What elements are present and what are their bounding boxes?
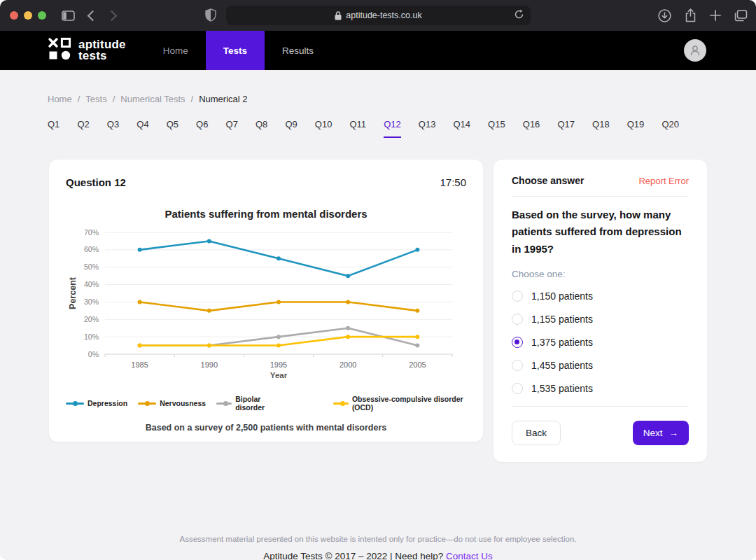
svg-text:2005: 2005 xyxy=(409,360,426,369)
legend-item: Bipolar disorder xyxy=(216,395,284,412)
nav-item-results[interactable]: Results xyxy=(265,31,331,70)
logo-icon xyxy=(48,37,71,64)
legend-swatch xyxy=(216,402,232,405)
option-label: 1,150 patients xyxy=(531,290,593,302)
tab-q11[interactable]: Q11 xyxy=(349,119,366,138)
tab-q3[interactable]: Q3 xyxy=(107,119,119,138)
breadcrumb-item-numerical-tests[interactable]: Numerical Tests xyxy=(120,94,185,104)
svg-text:70%: 70% xyxy=(84,228,99,237)
zoom-window-button[interactable] xyxy=(38,11,46,20)
svg-text:40%: 40% xyxy=(84,280,99,288)
tab-overview-icon[interactable] xyxy=(734,10,748,22)
site-header: aptitude tests HomeTestsResults xyxy=(0,31,756,70)
legend-item: Nervousness xyxy=(138,399,206,407)
svg-text:1990: 1990 xyxy=(201,360,218,369)
question-text: Based on the survey, how many patients s… xyxy=(512,206,689,258)
radio-unselected[interactable] xyxy=(512,290,523,302)
tab-q13[interactable]: Q13 xyxy=(419,119,436,138)
tab-q4[interactable]: Q4 xyxy=(136,119,148,138)
browser-toolbar: aptitude-tests.co.uk xyxy=(0,0,756,31)
page-content: Home/Tests/Numerical Tests/Numerical 2 Q… xyxy=(0,94,756,560)
divider xyxy=(512,406,689,407)
contact-us-link[interactable]: Contact Us xyxy=(446,551,493,560)
copyright-text: Aptitude Tests © 2017 – 2022 | Need help… xyxy=(263,551,443,560)
svg-text:Percent: Percent xyxy=(68,276,78,309)
reload-icon[interactable] xyxy=(514,9,524,20)
sidebar-toggle-icon[interactable] xyxy=(62,10,75,21)
chart-title: Patients suffering from mental disorders xyxy=(66,208,466,220)
breadcrumb-separator: / xyxy=(113,94,115,104)
next-button-label: Next xyxy=(643,428,663,438)
breadcrumb: Home/Tests/Numerical Tests/Numerical 2 xyxy=(48,94,756,104)
forward-icon[interactable] xyxy=(108,12,115,20)
tab-q18[interactable]: Q18 xyxy=(592,119,610,138)
tab-q5[interactable]: Q5 xyxy=(167,119,178,138)
back-icon[interactable] xyxy=(89,12,97,20)
address-bar[interactable]: aptitude-tests.co.uk xyxy=(226,6,531,25)
option-label: 1,375 patients xyxy=(531,337,593,348)
answer-option-3[interactable]: 1,375 patients xyxy=(512,337,689,348)
tab-q19[interactable]: Q19 xyxy=(627,119,645,138)
svg-text:20%: 20% xyxy=(84,315,99,323)
tab-q15[interactable]: Q15 xyxy=(488,119,505,138)
svg-text:50%: 50% xyxy=(84,262,99,271)
radio-selected[interactable] xyxy=(512,337,523,348)
avatar[interactable] xyxy=(684,39,706,62)
close-window-button[interactable] xyxy=(10,11,18,20)
report-error-link[interactable]: Report Error xyxy=(638,176,689,186)
next-button[interactable]: Next → xyxy=(633,421,689,445)
svg-text:2000: 2000 xyxy=(340,360,356,369)
tab-q6[interactable]: Q6 xyxy=(196,119,208,138)
radio-unselected[interactable] xyxy=(512,314,523,325)
disclaimer-text: Assessment material presented on this we… xyxy=(0,535,756,543)
option-label: 1,455 patients xyxy=(531,360,593,371)
answer-option-4[interactable]: 1,455 patients xyxy=(512,360,689,371)
tab-q20[interactable]: Q20 xyxy=(662,119,679,138)
privacy-shield-icon[interactable] xyxy=(205,8,216,22)
share-icon[interactable] xyxy=(685,8,696,22)
tab-q16[interactable]: Q16 xyxy=(523,119,540,138)
minimize-window-button[interactable] xyxy=(24,11,32,20)
svg-text:0%: 0% xyxy=(88,350,99,358)
nav-item-home[interactable]: Home xyxy=(146,31,206,70)
answer-option-5[interactable]: 1,535 patients xyxy=(512,383,689,394)
downloads-icon[interactable] xyxy=(658,9,671,22)
tab-q10[interactable]: Q10 xyxy=(315,119,332,138)
legend-swatch xyxy=(138,402,156,405)
new-tab-icon[interactable] xyxy=(710,10,721,21)
logo-text-line2: tests xyxy=(78,50,126,62)
tab-q12[interactable]: Q12 xyxy=(384,119,401,138)
nav-item-tests[interactable]: Tests xyxy=(206,31,265,70)
breadcrumb-item-home[interactable]: Home xyxy=(48,94,72,104)
tab-q7[interactable]: Q7 xyxy=(226,119,238,138)
tab-q17[interactable]: Q17 xyxy=(557,119,575,138)
site-logo[interactable]: aptitude tests xyxy=(48,37,126,64)
question-card: Question 12 17:50 Patients suffering fro… xyxy=(49,160,483,442)
question-tabs: Q1Q2Q3Q4Q5Q6Q7Q8Q9Q10Q11Q12Q13Q14Q15Q16Q… xyxy=(48,119,679,138)
tab-q14[interactable]: Q14 xyxy=(453,119,470,138)
radio-unselected[interactable] xyxy=(512,383,523,394)
radio-unselected[interactable] xyxy=(512,360,523,371)
legend-label: Obsessive-compulsive disorder (OCD) xyxy=(352,395,466,412)
back-button[interactable]: Back xyxy=(512,421,561,445)
legend-label: Nervousness xyxy=(160,399,206,407)
url-text: aptitude-tests.co.uk xyxy=(346,10,421,20)
answer-option-1[interactable]: 1,150 patients xyxy=(512,290,689,302)
option-label: 1,535 patients xyxy=(531,383,593,394)
divider xyxy=(512,196,689,197)
answer-options: 1,150 patients1,155 patients1,375 patien… xyxy=(512,290,689,394)
answer-option-2[interactable]: 1,155 patients xyxy=(512,314,689,325)
choose-one-label: Choose one: xyxy=(512,269,689,279)
breadcrumb-separator: / xyxy=(191,94,194,104)
breadcrumb-item-tests[interactable]: Tests xyxy=(85,94,106,104)
svg-text:Year: Year xyxy=(270,371,288,379)
tab-q1[interactable]: Q1 xyxy=(48,119,59,138)
option-label: 1,155 patients xyxy=(531,314,593,325)
tab-q9[interactable]: Q9 xyxy=(285,119,297,138)
page-footer: Assessment material presented on this we… xyxy=(0,535,756,560)
breadcrumb-item-numerical-2: Numerical 2 xyxy=(199,94,247,104)
tab-q8[interactable]: Q8 xyxy=(255,119,267,138)
svg-text:30%: 30% xyxy=(84,298,99,306)
tab-q2[interactable]: Q2 xyxy=(77,119,89,138)
legend-label: Bipolar disorder xyxy=(235,395,284,412)
